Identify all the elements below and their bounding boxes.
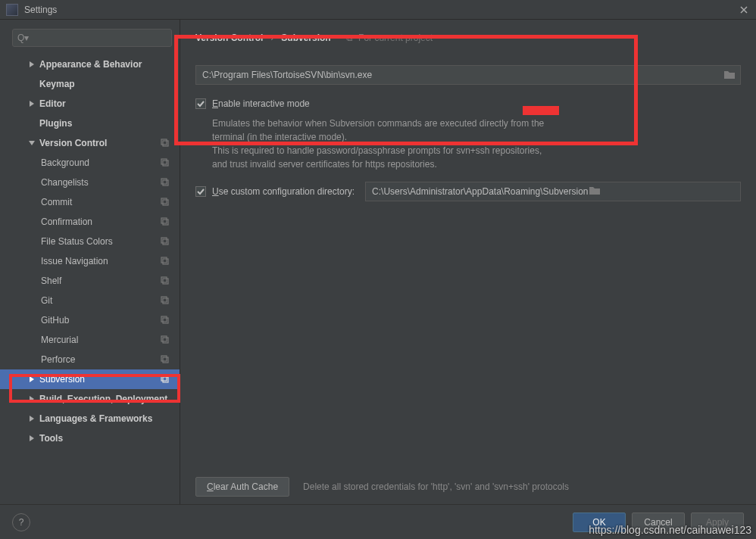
watermark: https://blog.csdn.net/caihuawei123 [589, 524, 751, 536]
project-scope-icon [160, 217, 170, 227]
sidebar-item-tools[interactable]: Tools [0, 428, 180, 448]
sidebar-item-file-status-colors[interactable]: File Status Colors [0, 232, 180, 251]
svg-rect-20 [161, 336, 167, 341]
sidebar-item-version-control[interactable]: Version Control [0, 133, 180, 153]
svg-rect-17 [163, 298, 168, 304]
svg-rect-13 [163, 259, 168, 264]
chevron-right-icon [27, 414, 36, 423]
interactive-description: Emulates the behavior when Subversion co… [212, 117, 741, 171]
svg-rect-9 [163, 220, 168, 225]
svg-rect-11 [163, 239, 168, 245]
svg-rect-2 [161, 159, 167, 164]
clear-auth-cache-button[interactable]: Clear Auth Cache [195, 477, 289, 497]
project-scope-icon [160, 197, 170, 207]
annotation-highlight [523, 106, 559, 115]
project-scope-icon [160, 236, 170, 247]
chevron-right-icon [27, 99, 36, 108]
sidebar-item-github[interactable]: GitHub [0, 310, 180, 330]
svg-rect-25 [163, 377, 168, 382]
svg-rect-18 [161, 316, 167, 322]
chevron-right-icon [27, 434, 36, 443]
browse-folder-icon[interactable] [723, 70, 736, 80]
svg-rect-3 [163, 160, 168, 166]
breadcrumb-note: ⧉ For current project [346, 33, 433, 43]
sidebar-item-changelists[interactable]: Changelists [0, 173, 180, 192]
svg-rect-14 [161, 277, 167, 282]
chevron-down-icon [27, 139, 36, 148]
svg-rect-1 [163, 141, 168, 146]
sidebar-item-plugins[interactable]: Plugins [0, 114, 180, 133]
project-scope-icon [160, 157, 170, 168]
svg-rect-24 [161, 375, 167, 381]
sidebar-item-editor[interactable]: Editor [0, 94, 180, 114]
config-dir-value: C:\Users\Administrator\AppData\Roaming\S… [372, 186, 588, 197]
chevron-right-icon: › [270, 33, 273, 43]
svg-rect-22 [161, 356, 167, 361]
project-scope-icon [160, 335, 170, 345]
project-scope-icon [160, 295, 170, 306]
sidebar-item-mercurial[interactable]: Mercurial [0, 330, 180, 350]
breadcrumb-current: Subversion [281, 33, 330, 43]
svg-rect-7 [163, 200, 168, 205]
sidebar-item-subversion[interactable]: Subversion [0, 369, 180, 389]
svg-rect-23 [163, 357, 168, 363]
sidebar-item-appearance[interactable]: Appearance & Behavior [0, 55, 180, 74]
clear-auth-note: Delete all stored credentials for 'http'… [303, 481, 569, 492]
use-custom-config-checkbox[interactable] [195, 186, 206, 197]
sidebar-item-perforce[interactable]: Perforce [0, 350, 180, 369]
sidebar-item-issue-navigation[interactable]: Issue Navigation [0, 251, 180, 271]
project-scope-icon [160, 138, 170, 148]
sidebar-item-build[interactable]: Build, Execution, Deployment [0, 389, 180, 409]
svg-rect-6 [161, 198, 167, 204]
chevron-right-icon [27, 394, 36, 403]
svg-rect-0 [161, 139, 167, 145]
svg-rect-12 [161, 257, 167, 263]
svg-rect-8 [161, 218, 167, 223]
project-scope-icon [160, 374, 170, 385]
breadcrumb: Version Control › Subversion ⧉ For curre… [195, 29, 741, 47]
sidebar-item-languages[interactable]: Languages & Frameworks [0, 409, 180, 428]
project-scope-icon [160, 177, 170, 188]
svg-rect-16 [161, 297, 167, 302]
close-icon[interactable] [738, 4, 750, 16]
config-dir-input[interactable]: C:\Users\Administrator\AppData\Roaming\S… [365, 182, 741, 201]
enable-interactive-label: Enable interactive mode [212, 98, 310, 109]
svn-path-input[interactable]: C:\Program Files\TortoiseSVN\bin\svn.exe [195, 65, 741, 85]
chevron-right-icon [27, 375, 36, 384]
svg-rect-19 [163, 318, 168, 323]
browse-folder-icon[interactable] [589, 185, 601, 198]
svn-path-value: C:\Program Files\TortoiseSVN\bin\svn.exe [202, 70, 372, 80]
help-button[interactable]: ? [12, 513, 30, 531]
use-custom-config-label: Use custom configuration directory: [212, 186, 355, 197]
svg-rect-5 [163, 180, 168, 185]
titlebar: Settings [0, 0, 756, 20]
app-icon [6, 4, 18, 16]
enable-interactive-checkbox[interactable] [195, 98, 206, 109]
project-scope-icon [160, 354, 170, 365]
window-title: Settings [24, 5, 738, 15]
svg-rect-10 [161, 238, 167, 243]
sidebar-item-commit[interactable]: Commit [0, 192, 180, 212]
chevron-right-icon [27, 60, 36, 69]
project-scope-icon: ⧉ [346, 33, 353, 43]
svg-rect-4 [161, 179, 167, 184]
svg-rect-15 [163, 279, 168, 284]
sidebar-item-shelf[interactable]: Shelf [0, 271, 180, 291]
sidebar-item-confirmation[interactable]: Confirmation [0, 212, 180, 232]
sidebar: Q▾ Appearance & Behavior Keymap Editor P… [0, 20, 180, 504]
sidebar-item-keymap[interactable]: Keymap [0, 74, 180, 94]
main-panel: Version Control › Subversion ⧉ For curre… [180, 20, 756, 504]
search-input[interactable]: Q▾ [12, 29, 172, 47]
svg-rect-21 [163, 338, 168, 343]
breadcrumb-root: Version Control [195, 33, 263, 43]
project-scope-icon [160, 276, 170, 286]
sidebar-item-git[interactable]: Git [0, 291, 180, 310]
sidebar-item-background[interactable]: Background [0, 153, 180, 173]
project-scope-icon [160, 256, 170, 266]
project-scope-icon [160, 315, 170, 326]
search-icon: Q▾ [17, 33, 29, 43]
